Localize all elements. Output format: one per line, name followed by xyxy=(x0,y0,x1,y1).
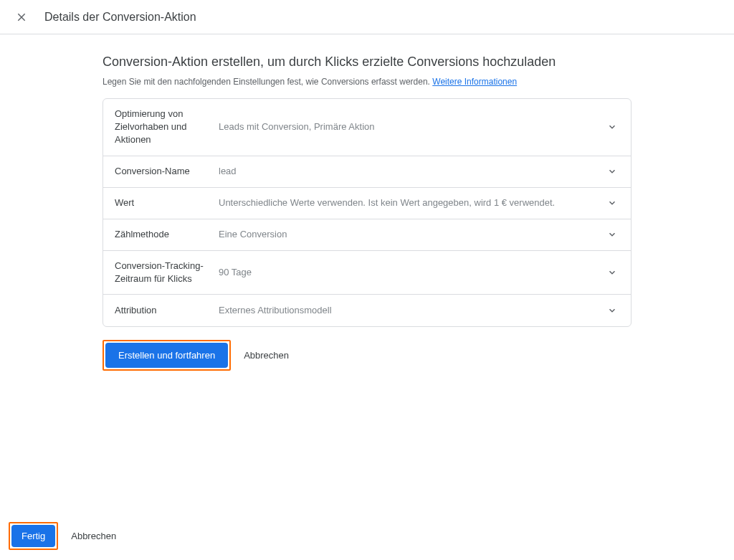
subheading-text: Legen Sie mit den nachfolgenden Einstell… xyxy=(103,77,432,87)
page-subheading: Legen Sie mit den nachfolgenden Einstell… xyxy=(103,77,631,87)
cancel-button-bottom[interactable]: Abbrechen xyxy=(67,525,120,547)
chevron-down-icon xyxy=(605,305,619,315)
chevron-down-icon xyxy=(605,198,619,208)
close-icon[interactable] xyxy=(14,10,29,24)
settings-row-attribution[interactable]: Attribution Externes Attributionsmodell xyxy=(103,295,631,326)
settings-row-value[interactable]: Wert Unterschiedliche Werte verwenden. I… xyxy=(103,188,631,219)
settings-label: Conversion-Name xyxy=(115,165,219,178)
settings-row-count[interactable]: Zählmethode Eine Conversion xyxy=(103,219,631,251)
settings-value: 90 Tage xyxy=(219,266,605,279)
page-heading: Conversion-Aktion erstellen, um durch Kl… xyxy=(103,54,631,70)
highlight-box: Erstellen und fortfahren xyxy=(103,340,231,371)
chevron-down-icon xyxy=(605,166,619,176)
settings-label: Optimierung von Zielvorhaben und Aktione… xyxy=(115,108,219,147)
bottom-bar: Fertig Abbrechen xyxy=(0,512,734,560)
chevron-down-icon xyxy=(605,267,619,277)
main-content: Conversion-Aktion erstellen, um durch Kl… xyxy=(91,34,643,382)
settings-value: Unterschiedliche Werte verwenden. Ist ke… xyxy=(219,196,605,209)
done-button[interactable]: Fertig xyxy=(11,525,55,547)
settings-row-optimization[interactable]: Optimierung von Zielvorhaben und Aktione… xyxy=(103,99,631,156)
highlight-box: Fertig xyxy=(9,522,58,550)
settings-value: lead xyxy=(219,165,605,178)
page-title: Details der Conversion-Aktion xyxy=(44,11,196,24)
more-info-link[interactable]: Weitere Informationen xyxy=(432,77,517,87)
settings-row-tracking[interactable]: Conversion-Tracking-Zeitraum für Klicks … xyxy=(103,251,631,295)
settings-card: Optimierung von Zielvorhaben und Aktione… xyxy=(103,98,631,327)
settings-row-name[interactable]: Conversion-Name lead xyxy=(103,156,631,188)
settings-value: Eine Conversion xyxy=(219,228,605,241)
action-row: Erstellen und fortfahren Abbrechen xyxy=(103,340,631,371)
chevron-down-icon xyxy=(605,122,619,132)
settings-value: Leads mit Conversion, Primäre Aktion xyxy=(219,120,605,133)
settings-label: Conversion-Tracking-Zeitraum für Klicks xyxy=(115,260,219,285)
settings-label: Attribution xyxy=(115,304,219,317)
settings-label: Wert xyxy=(115,196,219,209)
top-bar: Details der Conversion-Aktion xyxy=(0,0,734,34)
settings-value: Externes Attributionsmodell xyxy=(219,304,605,317)
create-continue-button[interactable]: Erstellen und fortfahren xyxy=(105,343,228,368)
chevron-down-icon xyxy=(605,229,619,239)
settings-label: Zählmethode xyxy=(115,228,219,241)
cancel-button[interactable]: Abbrechen xyxy=(239,344,293,366)
